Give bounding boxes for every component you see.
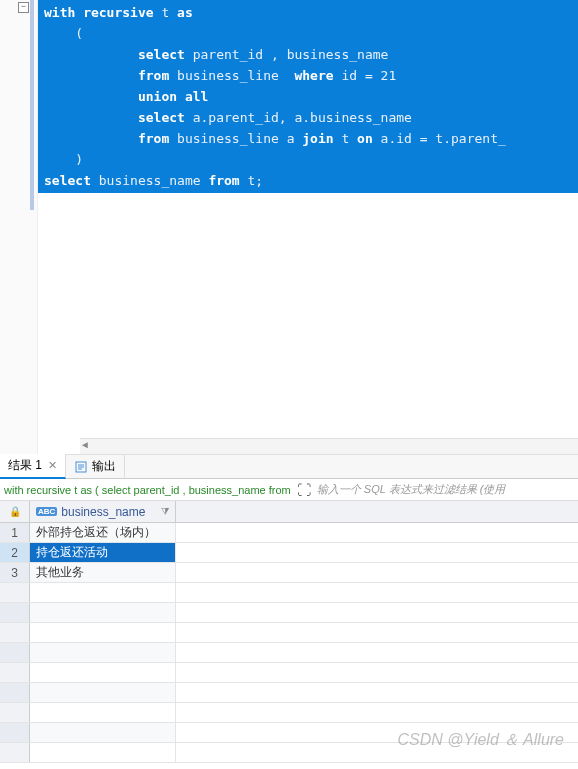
cell-business-name[interactable]: 其他业务 bbox=[30, 563, 176, 582]
column-header-business-name[interactable]: ABC business_name ⧩ bbox=[30, 501, 176, 522]
table-row-empty bbox=[0, 683, 578, 703]
cell-business-name[interactable]: 外部持仓返还（场内） bbox=[30, 523, 176, 542]
table-row-empty bbox=[0, 643, 578, 663]
query-info-bar: with recursive t as ( select parent_id ,… bbox=[0, 479, 578, 501]
sql-editor-area: − with recursive t as ( select parent_id… bbox=[0, 0, 578, 455]
tab-results-1[interactable]: 结果 1 ✕ bbox=[0, 454, 66, 479]
row-number bbox=[0, 623, 30, 642]
cell-business-name[interactable]: 持仓返还活动 bbox=[30, 543, 176, 562]
row-number bbox=[0, 743, 30, 762]
table-row-empty bbox=[0, 623, 578, 643]
cell-empty bbox=[30, 643, 176, 662]
cell-empty bbox=[30, 583, 176, 602]
results-grid: 🔒 ABC business_name ⧩ 1外部持仓返还（场内）2持仓返还活动… bbox=[0, 501, 578, 749]
lock-icon: 🔒 bbox=[9, 506, 21, 517]
cell-empty bbox=[30, 703, 176, 722]
type-badge: ABC bbox=[36, 507, 57, 516]
cell-empty bbox=[30, 723, 176, 742]
cell-empty bbox=[30, 743, 176, 762]
row-number bbox=[0, 643, 30, 662]
table-row[interactable]: 2持仓返还活动 bbox=[0, 543, 578, 563]
table-row[interactable]: 3其他业务 bbox=[0, 563, 578, 583]
cell-empty bbox=[30, 623, 176, 642]
filter-expression-input[interactable]: 输入一个 SQL 表达式来过滤结果 (使用 bbox=[317, 482, 574, 497]
table-row-empty bbox=[0, 603, 578, 623]
output-icon bbox=[74, 460, 88, 474]
table-row-empty bbox=[0, 663, 578, 683]
close-icon[interactable]: ✕ bbox=[48, 459, 57, 472]
cell-empty bbox=[30, 683, 176, 702]
fold-toggle-icon[interactable]: − bbox=[18, 2, 29, 13]
tab-output[interactable]: 输出 bbox=[66, 455, 125, 478]
filter-icon[interactable]: ⧩ bbox=[161, 506, 169, 518]
cell-empty bbox=[30, 603, 176, 622]
row-number bbox=[0, 723, 30, 742]
change-marker bbox=[30, 0, 34, 210]
row-number bbox=[0, 703, 30, 722]
grid-header-row: 🔒 ABC business_name ⧩ bbox=[0, 501, 578, 523]
query-preview-text: with recursive t as ( select parent_id ,… bbox=[4, 484, 291, 496]
tab-label: 结果 1 bbox=[8, 457, 42, 474]
row-number bbox=[0, 603, 30, 622]
horizontal-scrollbar[interactable] bbox=[80, 438, 578, 454]
table-row-empty bbox=[0, 703, 578, 723]
table-row[interactable]: 1外部持仓返还（场内） bbox=[0, 523, 578, 543]
row-number bbox=[0, 583, 30, 602]
code-pane[interactable]: with recursive t as ( select parent_id ,… bbox=[38, 0, 578, 454]
row-number: 2 bbox=[0, 543, 30, 562]
table-row-empty bbox=[0, 743, 578, 763]
tab-label: 输出 bbox=[92, 458, 116, 475]
cell-empty bbox=[30, 663, 176, 682]
table-row-empty bbox=[0, 723, 578, 743]
row-number bbox=[0, 683, 30, 702]
row-number: 3 bbox=[0, 563, 30, 582]
grid-corner[interactable]: 🔒 bbox=[0, 501, 30, 522]
row-number bbox=[0, 663, 30, 682]
expand-icon[interactable]: ⛶ bbox=[297, 482, 311, 498]
column-name: business_name bbox=[61, 505, 145, 519]
table-row-empty bbox=[0, 583, 578, 603]
row-number: 1 bbox=[0, 523, 30, 542]
results-tab-bar: 结果 1 ✕ 输出 bbox=[0, 455, 578, 479]
editor-gutter: − bbox=[0, 0, 38, 454]
